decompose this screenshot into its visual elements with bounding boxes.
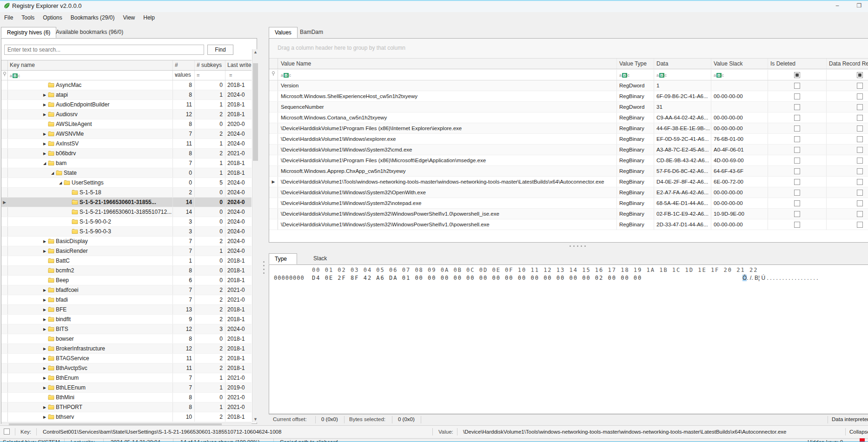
is-deleted-checkbox[interactable] xyxy=(794,200,800,206)
tree-row[interactable]: ▶BasicDisplay722024-0 xyxy=(1,237,252,246)
expand-icon[interactable]: ▶ xyxy=(41,246,48,256)
value-row[interactable]: \Device\HarddiskVolume1\Program Files (x… xyxy=(269,155,868,166)
tree-row[interactable]: AsyncMac802018-1 xyxy=(1,80,252,90)
values-filter-row[interactable]: aBc aBc aBc aBc xyxy=(269,70,868,80)
tree-row[interactable]: ▶BthAvctpSvc1122018-1 xyxy=(1,363,252,373)
is-deleted-checkbox[interactable] xyxy=(794,136,800,142)
col-values[interactable]: # values xyxy=(172,60,194,70)
data-record-checkbox[interactable] xyxy=(857,200,863,206)
expand-icon[interactable]: ▶ xyxy=(41,363,48,373)
col-data-record[interactable]: Data Record Reall xyxy=(826,59,868,69)
data-record-checkbox[interactable] xyxy=(857,125,863,132)
data-record-checkbox[interactable] xyxy=(857,158,863,164)
menu-file[interactable]: File xyxy=(0,13,17,22)
is-deleted-checkbox[interactable] xyxy=(794,83,800,89)
data-record-checkbox[interactable] xyxy=(857,83,863,89)
value-row[interactable]: VersionRegDword1 xyxy=(269,80,868,91)
tree-row[interactable]: ▶BthEnum712021-0 xyxy=(1,373,252,383)
value-row[interactable]: \Device\HarddiskVolume1\Program Files (x… xyxy=(269,123,868,134)
expand-icon[interactable]: ▶ xyxy=(41,305,48,314)
tree-row[interactable]: ▶BasicRender712024-0 xyxy=(1,246,252,256)
is-deleted-checkbox[interactable] xyxy=(794,115,800,121)
group-by-bar[interactable]: Drag a column header here to group by th… xyxy=(269,39,868,59)
tree-filter-row[interactable]: aBc = = = xyxy=(1,71,252,80)
expand-icon[interactable]: ▶ xyxy=(41,402,48,412)
key-path-value[interactable]: ControlSet001\Services\bam\State\UserSet… xyxy=(43,429,281,435)
value-row[interactable]: \Device\HarddiskVolume1\Windows\System32… xyxy=(269,187,868,198)
expand-icon[interactable]: ▶ xyxy=(41,295,48,304)
panel-splitter[interactable] xyxy=(262,261,265,277)
value-row[interactable]: \Device\HarddiskVolume1\Windows\System32… xyxy=(269,209,868,219)
expand-icon[interactable]: ▶ xyxy=(41,324,48,334)
value-row[interactable]: \Device\HarddiskVolume1\Windows\explorer… xyxy=(269,134,868,145)
expand-icon[interactable]: ▶ xyxy=(41,344,48,353)
tree-row[interactable]: ▶bfadi722021-0 xyxy=(1,295,252,305)
expand-icon[interactable]: ▶ xyxy=(41,354,48,363)
tree-row[interactable]: ▶Audiosrv1222018-1 xyxy=(1,110,252,119)
is-deleted-filter-checkbox[interactable] xyxy=(794,72,800,78)
tree-row[interactable]: ▶bfadfcoei722021-0 xyxy=(1,285,252,295)
value-row[interactable]: Microsoft.Windows.Cortana_cw5n1h2txyewyR… xyxy=(269,112,868,123)
tree-row[interactable]: Beep602018-1 xyxy=(1,276,252,285)
tab-available-bookmarks[interactable]: Available bookmarks (96/0) xyxy=(50,27,129,38)
menu-help[interactable]: Help xyxy=(139,13,159,22)
is-deleted-checkbox[interactable] xyxy=(794,168,800,174)
minimize-button[interactable]: – xyxy=(830,2,844,10)
tree-row[interactable]: S-1-5-21-1966530601-3185510712...1402024… xyxy=(1,207,252,217)
tree-row[interactable]: ▶bthserv1022018-1 xyxy=(1,412,252,422)
tree-row[interactable]: ▶atapi812024-0 xyxy=(1,90,252,100)
tree-row[interactable]: ◢State012018-1 xyxy=(1,168,252,178)
viewer-splitter[interactable] xyxy=(570,244,591,247)
tree-row[interactable]: BthMini802021-0 xyxy=(1,393,252,402)
abc-filter-icon[interactable]: aBc xyxy=(656,73,667,78)
data-record-checkbox[interactable] xyxy=(857,136,863,142)
scroll-thumb[interactable] xyxy=(253,63,258,161)
value-row[interactable]: SequenceNumberRegDword31 xyxy=(269,102,868,112)
data-record-checkbox[interactable] xyxy=(857,168,863,174)
tab-bamdam[interactable]: BamDam xyxy=(294,27,329,38)
value-path-value[interactable]: \Device\HarddiskVolume1\Tools\windows-ne… xyxy=(463,429,786,435)
expand-icon[interactable]: ▶ xyxy=(41,315,48,324)
abc-filter-icon[interactable]: aBc xyxy=(281,73,291,78)
abc-filter-icon[interactable]: aBc xyxy=(10,73,20,78)
is-deleted-checkbox[interactable] xyxy=(794,222,800,228)
tree-row[interactable]: S-1-5-90-0-3302024-0 xyxy=(1,227,252,237)
tree-row[interactable]: ▶b06bdrv822021-0 xyxy=(1,149,252,158)
menu-tools[interactable]: Tools xyxy=(17,13,39,22)
scroll-up-icon[interactable]: ▲ xyxy=(252,49,258,55)
tree-row[interactable]: ◢bam712018-1 xyxy=(1,158,252,168)
expand-icon[interactable]: ▶ xyxy=(41,129,48,139)
tree-row[interactable]: ▶BITS1232024-0 xyxy=(1,324,252,334)
is-deleted-checkbox[interactable] xyxy=(794,158,800,164)
is-deleted-checkbox[interactable] xyxy=(794,125,800,132)
tree-row[interactable]: ▶AWSNVMe722024-0 xyxy=(1,129,252,139)
tree-row[interactable]: ▶AudioEndpointBuilder1112018-1 xyxy=(1,100,252,110)
tree-row[interactable]: ▶BrokerInfrastructure1222018-1 xyxy=(1,344,252,354)
collapse-icon[interactable]: ◢ xyxy=(41,158,48,168)
expand-icon[interactable]: ▶ xyxy=(41,412,48,422)
tab-values[interactable]: Values xyxy=(269,27,298,38)
data-record-checkbox[interactable] xyxy=(857,211,863,217)
abc-filter-icon[interactable]: aBc xyxy=(619,73,629,78)
expand-icon[interactable]: ▶ xyxy=(41,139,48,148)
value-row[interactable]: \Device\HarddiskVolume1\Windows\System32… xyxy=(269,219,868,230)
tree-row[interactable]: AWSLiteAgent802020-0 xyxy=(1,119,252,129)
equals-filter-icon[interactable]: = xyxy=(195,73,199,78)
key-bar-checkbox[interactable] xyxy=(4,429,10,435)
collapse-icon[interactable]: ◢ xyxy=(49,168,56,178)
maximize-button[interactable]: ❐ xyxy=(852,2,866,10)
equals-filter-icon[interactable]: = xyxy=(227,73,232,78)
tree-row[interactable]: S-1-5-90-0-2302024-0 xyxy=(1,217,252,227)
data-record-filter-checkbox[interactable] xyxy=(857,72,863,78)
data-interpreter-label[interactable]: Data interpreter xyxy=(832,416,868,422)
expand-icon[interactable]: ▶ xyxy=(41,90,48,99)
tree-row[interactable]: bcmfn2802018-1 xyxy=(1,266,252,276)
tree-row[interactable]: ▶AxInstSV1112024-0 xyxy=(1,139,252,149)
menu-bookmarks[interactable]: Bookmarks (29/0) xyxy=(66,13,119,22)
data-record-checkbox[interactable] xyxy=(857,147,863,153)
tree-row[interactable]: BattC102018-1 xyxy=(1,256,252,266)
is-deleted-checkbox[interactable] xyxy=(794,104,800,110)
is-deleted-checkbox[interactable] xyxy=(794,147,800,153)
expand-icon[interactable]: ▶ xyxy=(41,149,48,158)
data-record-checkbox[interactable] xyxy=(857,179,863,185)
